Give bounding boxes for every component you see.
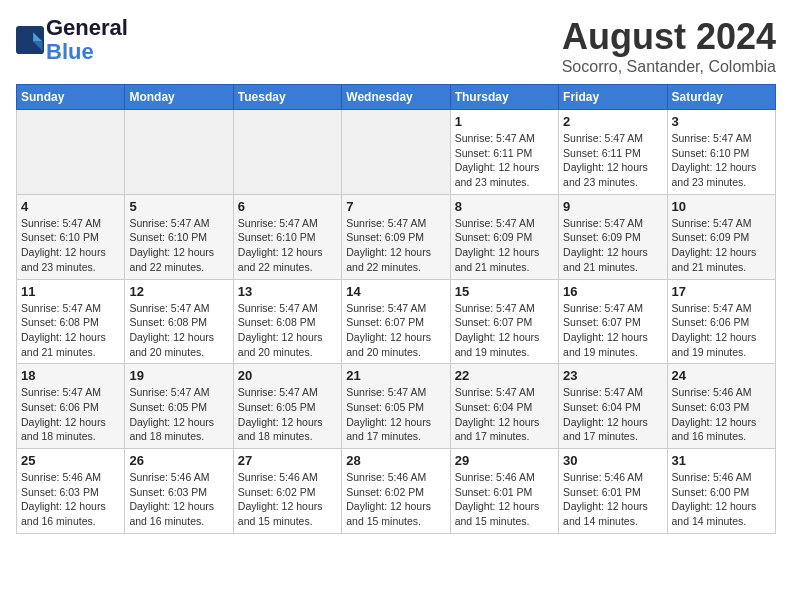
calendar-cell: 17Sunrise: 5:47 AM Sunset: 6:06 PM Dayli… [667, 279, 775, 364]
calendar-cell [17, 110, 125, 195]
day-number: 4 [21, 199, 120, 214]
day-number: 11 [21, 284, 120, 299]
day-number: 12 [129, 284, 228, 299]
day-info: Sunrise: 5:47 AM Sunset: 6:08 PM Dayligh… [129, 301, 228, 360]
day-number: 15 [455, 284, 554, 299]
calendar-cell [342, 110, 450, 195]
day-info: Sunrise: 5:47 AM Sunset: 6:09 PM Dayligh… [563, 216, 662, 275]
calendar-cell: 18Sunrise: 5:47 AM Sunset: 6:06 PM Dayli… [17, 364, 125, 449]
calendar-cell: 21Sunrise: 5:47 AM Sunset: 6:05 PM Dayli… [342, 364, 450, 449]
calendar-cell: 4Sunrise: 5:47 AM Sunset: 6:10 PM Daylig… [17, 194, 125, 279]
calendar-cell: 8Sunrise: 5:47 AM Sunset: 6:09 PM Daylig… [450, 194, 558, 279]
day-info: Sunrise: 5:46 AM Sunset: 6:00 PM Dayligh… [672, 470, 771, 529]
calendar-cell: 26Sunrise: 5:46 AM Sunset: 6:03 PM Dayli… [125, 449, 233, 534]
calendar-cell: 27Sunrise: 5:46 AM Sunset: 6:02 PM Dayli… [233, 449, 341, 534]
day-number: 21 [346, 368, 445, 383]
calendar-cell: 22Sunrise: 5:47 AM Sunset: 6:04 PM Dayli… [450, 364, 558, 449]
calendar-cell: 29Sunrise: 5:46 AM Sunset: 6:01 PM Dayli… [450, 449, 558, 534]
weekday-header-saturday: Saturday [667, 85, 775, 110]
day-number: 7 [346, 199, 445, 214]
calendar-week-row: 18Sunrise: 5:47 AM Sunset: 6:06 PM Dayli… [17, 364, 776, 449]
weekday-header-row: SundayMondayTuesdayWednesdayThursdayFrid… [17, 85, 776, 110]
day-number: 3 [672, 114, 771, 129]
calendar-cell [125, 110, 233, 195]
calendar-week-row: 11Sunrise: 5:47 AM Sunset: 6:08 PM Dayli… [17, 279, 776, 364]
weekday-header-wednesday: Wednesday [342, 85, 450, 110]
day-info: Sunrise: 5:46 AM Sunset: 6:02 PM Dayligh… [346, 470, 445, 529]
day-info: Sunrise: 5:47 AM Sunset: 6:10 PM Dayligh… [672, 131, 771, 190]
day-number: 19 [129, 368, 228, 383]
day-info: Sunrise: 5:47 AM Sunset: 6:08 PM Dayligh… [238, 301, 337, 360]
day-number: 25 [21, 453, 120, 468]
title-block: August 2024 Socorro, Santander, Colombia [562, 16, 776, 76]
day-info: Sunrise: 5:47 AM Sunset: 6:10 PM Dayligh… [21, 216, 120, 275]
logo: GeneralBlue [16, 16, 128, 64]
weekday-header-monday: Monday [125, 85, 233, 110]
day-number: 6 [238, 199, 337, 214]
day-info: Sunrise: 5:47 AM Sunset: 6:09 PM Dayligh… [346, 216, 445, 275]
calendar-cell: 1Sunrise: 5:47 AM Sunset: 6:11 PM Daylig… [450, 110, 558, 195]
calendar-cell: 11Sunrise: 5:47 AM Sunset: 6:08 PM Dayli… [17, 279, 125, 364]
day-number: 27 [238, 453, 337, 468]
day-info: Sunrise: 5:47 AM Sunset: 6:09 PM Dayligh… [455, 216, 554, 275]
day-info: Sunrise: 5:47 AM Sunset: 6:06 PM Dayligh… [672, 301, 771, 360]
day-info: Sunrise: 5:47 AM Sunset: 6:10 PM Dayligh… [238, 216, 337, 275]
day-number: 16 [563, 284, 662, 299]
day-info: Sunrise: 5:47 AM Sunset: 6:08 PM Dayligh… [21, 301, 120, 360]
day-number: 13 [238, 284, 337, 299]
calendar-cell: 25Sunrise: 5:46 AM Sunset: 6:03 PM Dayli… [17, 449, 125, 534]
day-number: 31 [672, 453, 771, 468]
day-info: Sunrise: 5:47 AM Sunset: 6:05 PM Dayligh… [129, 385, 228, 444]
weekday-header-thursday: Thursday [450, 85, 558, 110]
day-number: 10 [672, 199, 771, 214]
day-info: Sunrise: 5:46 AM Sunset: 6:03 PM Dayligh… [129, 470, 228, 529]
day-number: 22 [455, 368, 554, 383]
day-number: 2 [563, 114, 662, 129]
day-number: 14 [346, 284, 445, 299]
weekday-header-sunday: Sunday [17, 85, 125, 110]
day-info: Sunrise: 5:46 AM Sunset: 6:02 PM Dayligh… [238, 470, 337, 529]
day-number: 30 [563, 453, 662, 468]
day-info: Sunrise: 5:46 AM Sunset: 6:03 PM Dayligh… [21, 470, 120, 529]
calendar-cell: 3Sunrise: 5:47 AM Sunset: 6:10 PM Daylig… [667, 110, 775, 195]
calendar-week-row: 1Sunrise: 5:47 AM Sunset: 6:11 PM Daylig… [17, 110, 776, 195]
day-number: 24 [672, 368, 771, 383]
day-number: 20 [238, 368, 337, 383]
day-info: Sunrise: 5:47 AM Sunset: 6:07 PM Dayligh… [563, 301, 662, 360]
calendar-week-row: 4Sunrise: 5:47 AM Sunset: 6:10 PM Daylig… [17, 194, 776, 279]
logo-icon [16, 26, 44, 54]
day-info: Sunrise: 5:47 AM Sunset: 6:11 PM Dayligh… [455, 131, 554, 190]
day-number: 29 [455, 453, 554, 468]
day-info: Sunrise: 5:47 AM Sunset: 6:10 PM Dayligh… [129, 216, 228, 275]
calendar-cell: 30Sunrise: 5:46 AM Sunset: 6:01 PM Dayli… [559, 449, 667, 534]
calendar-subtitle: Socorro, Santander, Colombia [562, 58, 776, 76]
day-info: Sunrise: 5:47 AM Sunset: 6:04 PM Dayligh… [455, 385, 554, 444]
day-info: Sunrise: 5:47 AM Sunset: 6:07 PM Dayligh… [346, 301, 445, 360]
calendar-cell: 13Sunrise: 5:47 AM Sunset: 6:08 PM Dayli… [233, 279, 341, 364]
calendar-cell: 14Sunrise: 5:47 AM Sunset: 6:07 PM Dayli… [342, 279, 450, 364]
calendar-cell: 23Sunrise: 5:47 AM Sunset: 6:04 PM Dayli… [559, 364, 667, 449]
day-number: 1 [455, 114, 554, 129]
calendar-cell: 5Sunrise: 5:47 AM Sunset: 6:10 PM Daylig… [125, 194, 233, 279]
day-info: Sunrise: 5:47 AM Sunset: 6:11 PM Dayligh… [563, 131, 662, 190]
day-number: 17 [672, 284, 771, 299]
day-info: Sunrise: 5:47 AM Sunset: 6:05 PM Dayligh… [346, 385, 445, 444]
day-info: Sunrise: 5:46 AM Sunset: 6:01 PM Dayligh… [563, 470, 662, 529]
calendar-cell: 31Sunrise: 5:46 AM Sunset: 6:00 PM Dayli… [667, 449, 775, 534]
calendar-cell: 24Sunrise: 5:46 AM Sunset: 6:03 PM Dayli… [667, 364, 775, 449]
day-info: Sunrise: 5:47 AM Sunset: 6:04 PM Dayligh… [563, 385, 662, 444]
day-info: Sunrise: 5:46 AM Sunset: 6:01 PM Dayligh… [455, 470, 554, 529]
weekday-header-friday: Friday [559, 85, 667, 110]
day-number: 26 [129, 453, 228, 468]
day-info: Sunrise: 5:46 AM Sunset: 6:03 PM Dayligh… [672, 385, 771, 444]
day-number: 9 [563, 199, 662, 214]
day-info: Sunrise: 5:47 AM Sunset: 6:07 PM Dayligh… [455, 301, 554, 360]
calendar-cell: 12Sunrise: 5:47 AM Sunset: 6:08 PM Dayli… [125, 279, 233, 364]
calendar-cell: 2Sunrise: 5:47 AM Sunset: 6:11 PM Daylig… [559, 110, 667, 195]
day-info: Sunrise: 5:47 AM Sunset: 6:06 PM Dayligh… [21, 385, 120, 444]
calendar-table: SundayMondayTuesdayWednesdayThursdayFrid… [16, 84, 776, 534]
day-number: 28 [346, 453, 445, 468]
calendar-cell: 7Sunrise: 5:47 AM Sunset: 6:09 PM Daylig… [342, 194, 450, 279]
weekday-header-tuesday: Tuesday [233, 85, 341, 110]
day-number: 18 [21, 368, 120, 383]
